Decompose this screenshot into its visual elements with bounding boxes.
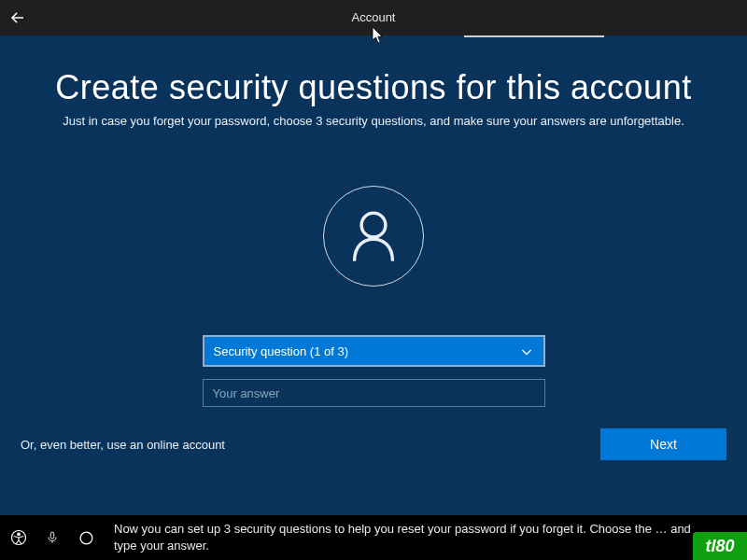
dropdown-label: Security question (1 of 3) <box>214 344 349 358</box>
page-subtitle: Just in case you forget your password, c… <box>63 114 684 128</box>
answer-input[interactable] <box>203 379 545 407</box>
svg-point-3 <box>18 533 21 536</box>
page-title: Create security questions for this accou… <box>55 68 691 107</box>
svg-rect-4 <box>50 532 54 539</box>
arrow-left-icon <box>9 9 26 26</box>
tab-account[interactable]: Account <box>352 10 396 32</box>
next-button[interactable]: Next <box>600 428 726 460</box>
tab-account-label: Account <box>352 10 396 24</box>
svg-point-5 <box>80 532 92 544</box>
security-question-dropdown[interactable]: Security question (1 of 3) <box>203 335 545 367</box>
taskbar: Now you can set up 3 security questions … <box>0 515 747 560</box>
microphone-button[interactable] <box>39 515 65 560</box>
narrator-caption: Now you can set up 3 security questions … <box>114 521 747 553</box>
avatar <box>323 186 424 287</box>
user-icon <box>349 209 398 263</box>
main-content: Create security questions for this accou… <box>0 35 747 515</box>
cortana-icon <box>78 530 94 546</box>
bottom-row: Or, even better, use an online account N… <box>0 427 747 461</box>
cortana-button[interactable] <box>73 515 99 560</box>
chevron-down-icon <box>519 343 534 361</box>
svg-point-1 <box>361 213 386 237</box>
watermark-text: tl80 <box>705 537 734 556</box>
accessibility-icon <box>10 529 27 546</box>
use-online-account-link[interactable]: Or, even better, use an online account <box>21 438 225 452</box>
back-button[interactable] <box>0 0 35 35</box>
microphone-icon <box>46 530 59 545</box>
topbar: Account <box>0 0 747 35</box>
watermark: tl80 <box>693 532 747 560</box>
ease-of-access-button[interactable] <box>6 515 32 560</box>
security-question-form: Security question (1 of 3) <box>203 335 545 407</box>
